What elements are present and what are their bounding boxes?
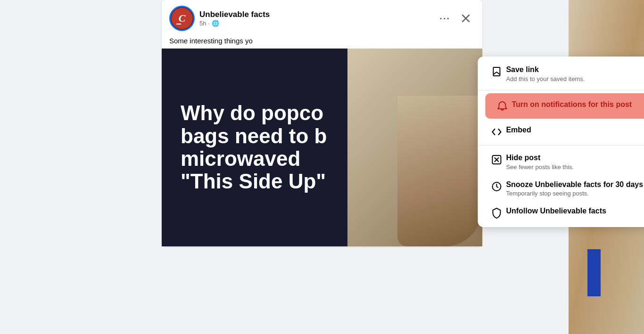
save-icon-wrap: [487, 65, 506, 77]
clock-icon: [491, 181, 502, 192]
blue-accent-line: [587, 249, 601, 296]
hide-post-text: Hide post See fewer posts like this.: [506, 153, 574, 171]
unfollow-icon: [491, 207, 502, 219]
save-link-text: Save link Add this to your saved items.: [506, 65, 585, 82]
avatar: C: [169, 6, 195, 31]
shoe-image: [397, 96, 482, 246]
page-wrapper: C Unbelievable facts 5h · 🌐 ···: [0, 0, 644, 334]
embed-text: Embed: [506, 125, 531, 135]
close-icon: [461, 13, 471, 24]
hide-post-icon-wrap: [487, 153, 506, 165]
post-card: C Unbelievable facts 5h · 🌐 ···: [162, 0, 482, 246]
dot-separator: ·: [208, 20, 210, 27]
embed-title: Embed: [506, 125, 531, 135]
notifications-text: Turn on notifications for this post: [512, 100, 632, 110]
embed-icon: [491, 126, 502, 138]
hide-post-subtitle: See fewer posts like this.: [506, 163, 574, 171]
divider-1: [478, 90, 644, 90]
post-header: C Unbelievable facts 5h · 🌐 ···: [162, 0, 482, 35]
hide-post-icon: [491, 154, 502, 165]
unfollow-title: Unfollow Unbelievable facts: [506, 206, 606, 216]
avatar-inner: C: [171, 8, 193, 29]
post-image-text: Why do popco bags need to b microwaved "…: [162, 88, 346, 207]
more-options-button[interactable]: ···: [435, 9, 455, 28]
post-image-right-panel: [347, 49, 482, 246]
bookmark-icon: [491, 66, 502, 77]
menu-item-snooze[interactable]: Snooze Unbelievable facts for 30 days Te…: [478, 175, 644, 202]
post-meta: Unbelievable facts 5h · 🌐: [199, 10, 270, 26]
menu-item-save-link[interactable]: Save link Add this to your saved items.: [478, 60, 644, 87]
globe-icon: 🌐: [212, 20, 219, 27]
post-image: Why do popco bags need to b microwaved "…: [162, 49, 482, 246]
header-actions: ···: [435, 9, 475, 28]
bell-icon: [496, 101, 508, 112]
dropdown-menu: Save link Add this to your saved items. …: [478, 57, 644, 227]
notifications-title: Turn on notifications for this post: [512, 100, 632, 110]
snooze-icon-wrap: [487, 180, 506, 192]
menu-item-unfollow[interactable]: Unfollow Unbelievable facts: [478, 202, 644, 223]
post-time: 5h · 🌐: [199, 20, 270, 27]
unfollow-text: Unfollow Unbelievable facts: [506, 206, 606, 216]
unfollow-icon-wrap: [487, 206, 506, 219]
save-link-subtitle: Add this to your saved items.: [506, 75, 585, 82]
hide-post-title: Hide post: [506, 153, 574, 163]
snooze-title: Snooze Unbelievable facts for 30 days: [506, 180, 643, 190]
save-link-title: Save link: [506, 65, 585, 75]
menu-item-hide-post[interactable]: Hide post See fewer posts like this.: [478, 148, 644, 175]
snooze-text: Snooze Unbelievable facts for 30 days Te…: [506, 180, 643, 197]
menu-item-notifications[interactable]: Turn on notifications for this post: [485, 93, 644, 119]
svg-text:C: C: [179, 12, 186, 24]
divider-2: [478, 145, 644, 146]
svg-line-10: [495, 212, 498, 214]
page-name: Unbelievable facts: [199, 10, 270, 19]
post-text: Some interesting things yo: [162, 35, 482, 49]
bell-icon-wrap: [493, 100, 512, 112]
snooze-subtitle: Temporarily stop seeing posts.: [506, 190, 643, 197]
menu-item-embed[interactable]: Embed: [478, 121, 644, 142]
embed-icon-wrap: [487, 125, 506, 138]
close-button[interactable]: [457, 9, 475, 27]
